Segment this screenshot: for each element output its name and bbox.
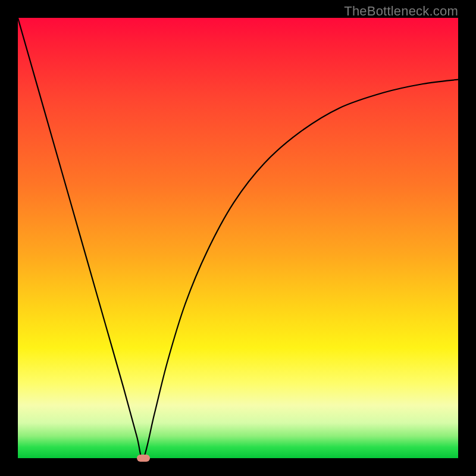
plot-area: [18, 18, 458, 458]
minimum-marker: [137, 455, 150, 462]
chart-frame: TheBottleneck.com: [0, 0, 476, 476]
bottleneck-curve: [18, 18, 458, 458]
watermark-text: TheBottleneck.com: [344, 4, 458, 19]
curve-path: [18, 18, 458, 458]
